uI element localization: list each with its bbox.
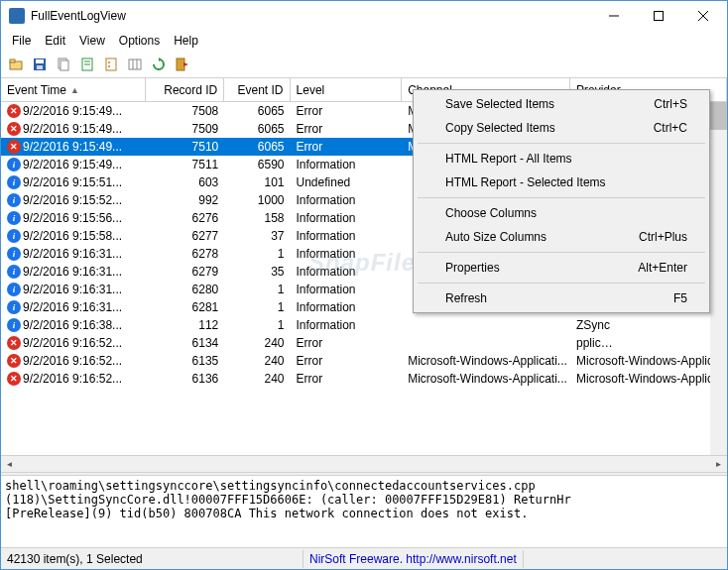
svg-point-15 <box>108 61 110 63</box>
vertical-scrollbar[interactable] <box>710 102 727 455</box>
columns-icon[interactable] <box>124 54 146 75</box>
error-icon: ✕ <box>7 122 21 136</box>
svg-rect-8 <box>37 65 43 69</box>
detail-pane[interactable]: shell\roaming\settingsynccore\settingsyn… <box>1 476 727 547</box>
copy-icon[interactable] <box>53 54 74 75</box>
svg-rect-17 <box>129 59 141 69</box>
ctx-copy-selected-items[interactable]: Copy Selected ItemsCtrl+C <box>416 116 707 140</box>
svg-rect-1 <box>654 12 663 21</box>
info-icon: i <box>7 229 21 243</box>
ctx-choose-columns[interactable]: Choose Columns <box>416 201 707 225</box>
exit-icon[interactable] <box>172 54 193 75</box>
statusbar: 42130 item(s), 1 Selected NirSoft Freewa… <box>1 547 727 569</box>
maximize-button[interactable] <box>636 2 680 31</box>
scrollbar-thumb[interactable] <box>710 102 727 130</box>
info-icon: i <box>7 318 21 332</box>
svg-rect-7 <box>36 59 44 63</box>
info-icon: i <box>7 158 21 171</box>
ctx-save-selected-items[interactable]: Save Selected ItemsCtrl+S <box>416 92 707 116</box>
info-icon: i <box>7 175 21 189</box>
app-window: FullEventLogView FileEditViewOptionsHelp… <box>0 0 728 570</box>
svg-marker-22 <box>183 62 188 66</box>
svg-rect-10 <box>61 60 68 70</box>
menu-help[interactable]: Help <box>167 33 205 49</box>
error-icon: ✕ <box>7 354 21 368</box>
info-icon: i <box>7 247 21 261</box>
status-count: 42130 item(s), 1 Selected <box>1 550 303 568</box>
table-row[interactable]: ✕9/2/2016 9:16:52...6135240ErrorMicrosof… <box>1 352 727 370</box>
ctx-html-report-selected-items[interactable]: HTML Report - Selected Items <box>416 171 707 194</box>
svg-rect-14 <box>106 58 116 70</box>
table-row[interactable]: i9/2/2016 9:16:38...1121InformationZSync <box>1 316 727 334</box>
table-row[interactable]: ✕9/2/2016 9:16:52...6136240ErrorMicrosof… <box>1 370 727 388</box>
col-event-time[interactable]: Event Time▲ <box>1 78 146 101</box>
menu-separator <box>418 252 705 253</box>
info-icon: i <box>7 283 21 296</box>
info-icon: i <box>7 211 21 225</box>
menu-options[interactable]: Options <box>112 33 167 49</box>
error-icon: ✕ <box>7 336 21 350</box>
status-credit[interactable]: NirSoft Freeware. http://www.nirsoft.net <box>303 550 524 568</box>
sort-ascending-icon: ▲ <box>70 85 79 95</box>
info-icon: i <box>7 193 21 207</box>
ctx-refresh[interactable]: RefreshF5 <box>416 286 707 310</box>
refresh-icon[interactable] <box>148 54 170 75</box>
close-button[interactable] <box>680 2 725 31</box>
save-icon[interactable] <box>29 54 51 75</box>
scroll-right-icon[interactable]: ► <box>710 456 727 473</box>
menu-file[interactable]: File <box>5 33 38 49</box>
menu-separator <box>418 143 705 144</box>
col-record-id[interactable]: Record ID <box>146 78 224 101</box>
col-level[interactable]: Level <box>291 78 403 101</box>
window-title: FullEventLogView <box>31 9 591 23</box>
titlebar[interactable]: FullEventLogView <box>1 1 727 31</box>
ctx-properties[interactable]: PropertiesAlt+Enter <box>416 256 707 280</box>
report-icon[interactable] <box>76 54 98 75</box>
app-icon <box>9 8 25 24</box>
ctx-auto-size-columns[interactable]: Auto Size ColumnsCtrl+Plus <box>416 225 707 249</box>
svg-rect-5 <box>10 59 15 62</box>
error-icon: ✕ <box>7 104 21 118</box>
menubar: FileEditViewOptionsHelp <box>1 31 727 51</box>
menu-separator <box>418 283 705 284</box>
context-menu[interactable]: Save Selected ItemsCtrl+SCopy Selected I… <box>413 89 710 313</box>
error-icon: ✕ <box>7 372 21 386</box>
horizontal-scrollbar[interactable]: ◄ ► <box>1 455 727 472</box>
menu-view[interactable]: View <box>72 33 112 49</box>
svg-rect-21 <box>177 58 184 70</box>
content-area: Event Time▲ Record ID Event ID Level Cha… <box>1 78 727 569</box>
col-event-id[interactable]: Event ID <box>224 78 290 101</box>
svg-point-16 <box>108 65 110 67</box>
info-icon: i <box>7 265 21 279</box>
properties-icon[interactable] <box>100 54 122 75</box>
scroll-left-icon[interactable]: ◄ <box>1 456 18 473</box>
menu-edit[interactable]: Edit <box>38 33 72 49</box>
open-icon[interactable] <box>5 54 27 75</box>
error-icon: ✕ <box>7 140 21 154</box>
toolbar <box>1 51 727 78</box>
event-grid[interactable]: Event Time▲ Record ID Event ID Level Cha… <box>1 78 727 472</box>
info-icon: i <box>7 300 21 314</box>
table-row[interactable]: ✕9/2/2016 9:16:52...6134240Errorpplic… <box>1 334 727 352</box>
ctx-html-report-all-items[interactable]: HTML Report - All Items <box>416 147 707 171</box>
menu-separator <box>418 197 705 198</box>
minimize-button[interactable] <box>591 2 636 31</box>
